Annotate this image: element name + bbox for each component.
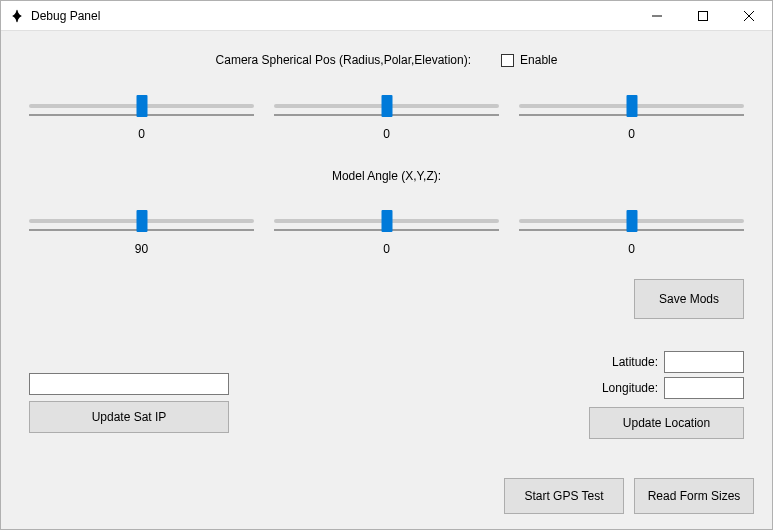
window: Debug Panel Camera Spherical Pos (Radius… (0, 0, 773, 530)
maximize-button[interactable] (680, 1, 726, 31)
camera-elevation-value: 0 (519, 127, 744, 141)
latitude-input[interactable] (664, 351, 744, 373)
start-gps-test-button[interactable]: Start GPS Test (504, 478, 624, 514)
longitude-label: Longitude: (602, 381, 658, 395)
model-y-value: 0 (274, 242, 499, 256)
camera-radius-value: 0 (29, 127, 254, 141)
latitude-label: Latitude: (612, 355, 658, 369)
camera-pos-label: Camera Spherical Pos (Radius,Polar,Eleva… (216, 53, 471, 67)
slider-thumb-icon (381, 210, 392, 232)
update-location-button[interactable]: Update Location (589, 407, 744, 439)
client-area: Camera Spherical Pos (Radius,Polar,Eleva… (1, 31, 772, 529)
model-x-slider[interactable] (29, 206, 254, 236)
app-icon (9, 8, 25, 24)
titlebar: Debug Panel (1, 1, 772, 31)
sat-ip-input[interactable] (29, 373, 229, 395)
slider-thumb-icon (626, 95, 637, 117)
save-mods-button[interactable]: Save Mods (634, 279, 744, 319)
longitude-input[interactable] (664, 377, 744, 399)
checkbox-icon (501, 54, 514, 67)
slider-thumb-icon (136, 95, 147, 117)
model-z-slider[interactable] (519, 206, 744, 236)
window-title: Debug Panel (31, 9, 100, 23)
close-button[interactable] (726, 1, 772, 31)
model-y-slider[interactable] (274, 206, 499, 236)
camera-polar-value: 0 (274, 127, 499, 141)
slider-thumb-icon (626, 210, 637, 232)
camera-elevation-slider[interactable] (519, 91, 744, 121)
model-z-value: 0 (519, 242, 744, 256)
minimize-button[interactable] (634, 1, 680, 31)
camera-polar-slider[interactable] (274, 91, 499, 121)
slider-thumb-icon (381, 95, 392, 117)
read-form-sizes-button[interactable]: Read Form Sizes (634, 478, 754, 514)
enable-label: Enable (520, 53, 557, 67)
update-sat-ip-button[interactable]: Update Sat IP (29, 401, 229, 433)
model-x-value: 90 (29, 242, 254, 256)
camera-radius-slider[interactable] (29, 91, 254, 121)
model-angle-label: Model Angle (X,Y,Z): (1, 169, 772, 183)
svg-rect-1 (699, 11, 708, 20)
slider-thumb-icon (136, 210, 147, 232)
enable-checkbox[interactable]: Enable (501, 53, 557, 67)
